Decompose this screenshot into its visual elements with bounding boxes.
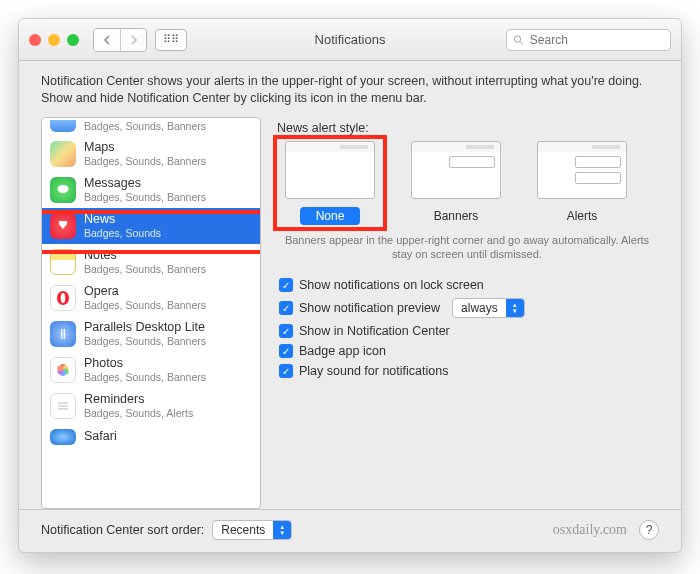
app-item-label: Photos xyxy=(84,357,206,371)
alert-style-banners-label: Banners xyxy=(420,207,493,225)
app-item-opera[interactable]: Opera Badges, Sounds, Banners xyxy=(42,280,260,316)
preferences-window: ⠿⠿ Notifications Notification Center sho… xyxy=(18,18,682,553)
app-item-sub: Badges, Sounds, Banners xyxy=(84,263,206,275)
app-item-sub: Badges, Sounds xyxy=(84,227,161,239)
alert-style-label: News alert style: xyxy=(277,121,659,135)
app-item[interactable]: Badges, Sounds, Banners xyxy=(42,118,260,136)
content-area: Badges, Sounds, Banners Maps Badges, Sou… xyxy=(19,117,681,509)
sort-order-value: Recents xyxy=(221,523,273,537)
app-list[interactable]: Badges, Sounds, Banners Maps Badges, Sou… xyxy=(41,117,261,509)
app-item-label: Safari xyxy=(84,430,117,444)
app-item-label: Messages xyxy=(84,177,206,191)
preview-alerts xyxy=(537,141,627,199)
app-item-label: Notes xyxy=(84,249,206,263)
app-item-label: Reminders xyxy=(84,393,193,407)
updown-icon: ▲▼ xyxy=(273,521,291,539)
preview-select[interactable]: always ▲▼ xyxy=(452,298,525,318)
check-label: Badge app icon xyxy=(299,344,386,358)
window-controls xyxy=(29,34,79,46)
app-item-label: Parallels Desktop Lite xyxy=(84,321,206,335)
app-item-sub: Badges, Sounds, Banners xyxy=(84,191,206,203)
checkbox-checked-icon: ✓ xyxy=(279,364,293,378)
app-item-sub: Badges, Sounds, Banners xyxy=(84,335,206,347)
checkbox-checked-icon: ✓ xyxy=(279,344,293,358)
svg-point-0 xyxy=(514,35,520,41)
svg-line-1 xyxy=(520,41,523,44)
news-icon xyxy=(50,213,76,239)
preview-none xyxy=(285,141,375,199)
app-item-label: Opera xyxy=(84,285,206,299)
app-icon xyxy=(50,120,76,132)
sort-order-label: Notification Center sort order: xyxy=(41,523,204,537)
updown-icon: ▲▼ xyxy=(506,299,524,317)
checkbox-checked-icon: ✓ xyxy=(279,324,293,338)
app-item-safari[interactable]: Safari xyxy=(42,424,260,446)
titlebar: ⠿⠿ Notifications xyxy=(19,19,681,61)
close-window-button[interactable] xyxy=(29,34,41,46)
app-item-messages[interactable]: Messages Badges, Sounds, Banners xyxy=(42,172,260,208)
alert-style-help: Banners appear in the upper-right corner… xyxy=(279,233,655,262)
alert-style-none-label: None xyxy=(300,207,360,225)
check-lock-screen[interactable]: ✓ Show notifications on lock screen xyxy=(279,278,659,292)
check-label: Show in Notification Center xyxy=(299,324,450,338)
back-button[interactable] xyxy=(94,29,120,51)
alert-style-alerts-label: Alerts xyxy=(552,207,612,225)
nav-buttons xyxy=(93,28,147,52)
opera-icon xyxy=(50,285,76,311)
check-preview[interactable]: ✓ Show notification preview always ▲▼ xyxy=(279,298,659,318)
alert-style-banners[interactable]: Banners xyxy=(403,141,509,225)
app-item-sub: Badges, Sounds, Banners xyxy=(84,371,206,383)
parallels-icon: || xyxy=(50,321,76,347)
search-input[interactable] xyxy=(528,32,664,48)
zoom-window-button[interactable] xyxy=(67,34,79,46)
watermark: osxdaily.com xyxy=(553,522,627,538)
svg-point-10 xyxy=(57,365,63,371)
messages-icon xyxy=(50,177,76,203)
check-label: Play sound for notifications xyxy=(299,364,448,378)
checkbox-checked-icon: ✓ xyxy=(279,278,293,292)
maps-icon xyxy=(50,141,76,167)
sort-order-select[interactable]: Recents ▲▼ xyxy=(212,520,292,540)
preview-select-value: always xyxy=(461,301,506,315)
description-text: Notification Center shows your alerts in… xyxy=(19,61,681,117)
check-notification-center[interactable]: ✓ Show in Notification Center xyxy=(279,324,659,338)
footer: Notification Center sort order: Recents … xyxy=(19,509,681,552)
app-item-sub: Badges, Sounds, Alerts xyxy=(84,407,193,419)
preview-banners xyxy=(411,141,501,199)
notes-icon xyxy=(50,249,76,275)
svg-point-4 xyxy=(61,293,66,303)
app-item-label: News xyxy=(84,213,161,227)
app-item-sub: Badges, Sounds, Banners xyxy=(84,155,206,167)
check-sound[interactable]: ✓ Play sound for notifications xyxy=(279,364,659,378)
svg-point-2 xyxy=(58,185,69,193)
check-label: Show notifications on lock screen xyxy=(299,278,484,292)
app-item-notes[interactable]: Notes Badges, Sounds, Banners xyxy=(42,244,260,280)
alert-style-alerts[interactable]: Alerts xyxy=(529,141,635,225)
check-badge[interactable]: ✓ Badge app icon xyxy=(279,344,659,358)
search-field[interactable] xyxy=(506,29,671,51)
app-item-reminders[interactable]: Reminders Badges, Sounds, Alerts xyxy=(42,388,260,424)
search-icon xyxy=(513,34,524,46)
app-item-sub: Badges, Sounds, Banners xyxy=(84,120,206,132)
app-item-parallels[interactable]: || Parallels Desktop Lite Badges, Sounds… xyxy=(42,316,260,352)
reminders-icon xyxy=(50,393,76,419)
app-item-photos[interactable]: Photos Badges, Sounds, Banners xyxy=(42,352,260,388)
photos-icon xyxy=(50,357,76,383)
app-item-maps[interactable]: Maps Badges, Sounds, Banners xyxy=(42,136,260,172)
settings-pane: News alert style: None Banners Alerts Ba… xyxy=(275,117,659,509)
help-button[interactable]: ? xyxy=(639,520,659,540)
app-item-label: Maps xyxy=(84,141,206,155)
alert-style-none[interactable]: None xyxy=(277,141,383,225)
check-label: Show notification preview xyxy=(299,301,440,315)
minimize-window-button[interactable] xyxy=(48,34,60,46)
app-item-news[interactable]: News Badges, Sounds xyxy=(42,208,260,244)
forward-button[interactable] xyxy=(120,29,146,51)
app-item-sub: Badges, Sounds, Banners xyxy=(84,299,206,311)
safari-icon xyxy=(50,429,76,445)
show-all-button[interactable]: ⠿⠿ xyxy=(155,29,187,51)
grid-icon: ⠿⠿ xyxy=(163,33,179,46)
checkbox-checked-icon: ✓ xyxy=(279,301,293,315)
